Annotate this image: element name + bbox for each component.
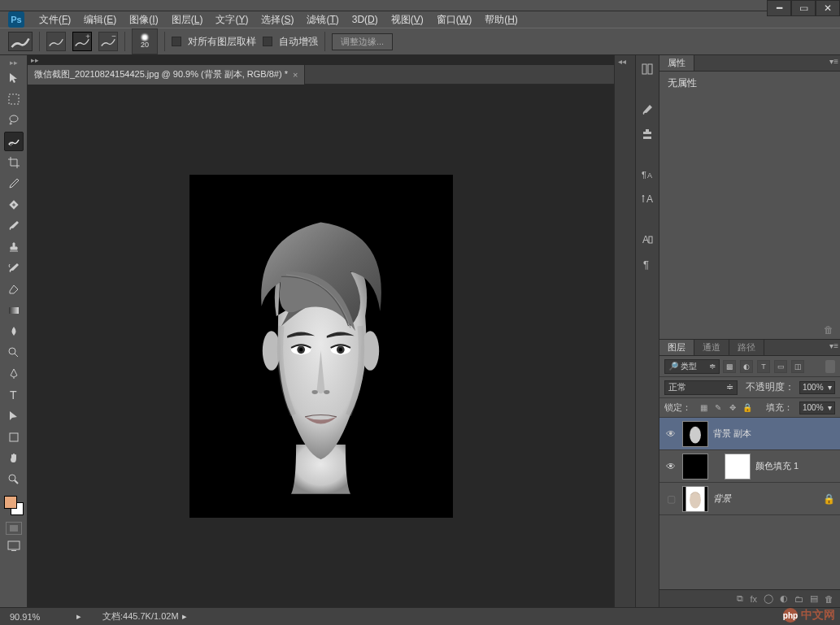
group-button[interactable]: 🗀	[794, 594, 803, 604]
filter-type-icon[interactable]: T	[757, 360, 770, 373]
lock-all-icon[interactable]: 🔒	[742, 402, 753, 414]
shape-tool[interactable]	[4, 428, 24, 447]
quick-select-tool[interactable]	[4, 132, 24, 151]
maximize-button[interactable]: ▭	[791, 0, 816, 16]
layer-name[interactable]: 背景	[713, 493, 818, 505]
minimize-button[interactable]: ━	[767, 0, 791, 16]
crop-tool[interactable]	[4, 153, 24, 172]
status-arrow-icon[interactable]: ▸	[182, 611, 192, 622]
layer-thumbnail[interactable]	[682, 454, 708, 480]
screen-mode-button[interactable]	[6, 540, 22, 553]
status-arrow-icon[interactable]: ▸	[76, 611, 86, 622]
history-brush-tool[interactable]	[4, 258, 24, 278]
tab-layers[interactable]: 图层	[659, 340, 694, 355]
blur-tool[interactable]	[4, 322, 24, 341]
visibility-toggle[interactable]: 👁	[664, 461, 677, 472]
adjustment-layer-button[interactable]: ◐	[780, 593, 788, 604]
collapsed-panel-strip[interactable]: ◂◂	[614, 55, 635, 607]
tab-channels[interactable]: 通道	[694, 340, 729, 355]
trash-icon[interactable]: 🗑	[824, 324, 833, 336]
add-to-selection-button[interactable]: +	[72, 32, 92, 51]
healing-tool[interactable]	[4, 195, 24, 215]
auto-enhance-checkbox[interactable]	[263, 37, 272, 46]
lasso-tool[interactable]	[4, 111, 24, 130]
tab-properties[interactable]: 属性	[659, 55, 694, 71]
tab-paths[interactable]: 路径	[729, 340, 764, 355]
filter-shape-icon[interactable]: ▭	[774, 360, 787, 373]
document-tab[interactable]: 微信截图_20210824154425.jpg @ 90.9% (背景 副本, …	[28, 65, 305, 85]
lock-image-icon[interactable]: ✎	[712, 402, 724, 414]
layer-thumbnail[interactable]	[682, 486, 708, 512]
menu-3d[interactable]: 3D(D)	[346, 12, 385, 27]
visibility-toggle[interactable]: ▢	[664, 493, 677, 505]
layer-mask-thumbnail[interactable]	[725, 454, 751, 480]
new-layer-button[interactable]: ▤	[810, 593, 818, 604]
style-panel-icon[interactable]: ¶	[638, 255, 656, 273]
blend-mode-select[interactable]: 正常≑	[664, 380, 738, 395]
color-swatches[interactable]	[4, 496, 24, 515]
subtract-from-selection-button[interactable]: −	[98, 32, 118, 51]
link-layers-button[interactable]: ⧉	[737, 593, 743, 604]
layer-name[interactable]: 颜色填充 1	[755, 460, 835, 472]
layer-thumbnail[interactable]	[682, 421, 708, 447]
lock-transparent-icon[interactable]: ▦	[698, 402, 709, 414]
filter-type-select[interactable]: 🔎类型≑	[664, 359, 720, 374]
filter-pixel-icon[interactable]: ▩	[723, 360, 736, 373]
layer-row[interactable]: ▢ 背景 🔒	[659, 483, 840, 515]
glyph-panel-icon[interactable]: A	[638, 231, 656, 249]
filter-toggle[interactable]	[825, 360, 835, 373]
layer-fx-button[interactable]: fx	[750, 594, 757, 604]
menu-help[interactable]: 帮助(H)	[478, 11, 524, 28]
quick-mask-toggle[interactable]	[6, 522, 22, 535]
hand-tool[interactable]	[4, 449, 24, 468]
doc-area-collapse[interactable]: ▸▸	[28, 55, 614, 65]
filter-smart-icon[interactable]: ◫	[791, 360, 804, 373]
canvas-viewport[interactable]	[28, 85, 614, 607]
visibility-toggle[interactable]: 👁	[664, 428, 677, 440]
paragraph-panel-icon[interactable]: A	[638, 190, 656, 208]
delete-layer-button[interactable]: 🗑	[825, 594, 833, 604]
menu-window[interactable]: 窗口(W)	[430, 11, 478, 28]
path-select-tool[interactable]	[4, 406, 24, 426]
menu-view[interactable]: 视图(V)	[385, 11, 430, 28]
eyedropper-tool[interactable]	[4, 174, 24, 193]
menu-image[interactable]: 图像(I)	[123, 11, 164, 28]
menu-filter[interactable]: 滤镜(T)	[300, 11, 345, 28]
history-panel-icon[interactable]	[638, 60, 656, 78]
panel-menu-button[interactable]: ▾≡	[829, 57, 838, 66]
foreground-color[interactable]	[4, 496, 17, 509]
pen-tool[interactable]	[4, 364, 24, 384]
eraser-tool[interactable]	[4, 280, 24, 299]
type-tool[interactable]: T	[4, 385, 24, 405]
character-panel-icon[interactable]: ¶A	[638, 166, 656, 184]
menu-edit[interactable]: 编辑(E)	[77, 11, 123, 28]
refine-edge-button[interactable]: 调整边缘...	[332, 33, 393, 50]
lock-position-icon[interactable]: ✥	[727, 402, 738, 414]
brush-preset-picker[interactable]: 20	[132, 28, 158, 54]
clone-panel-icon[interactable]	[638, 125, 656, 143]
stamp-tool[interactable]	[4, 237, 24, 257]
filter-adjust-icon[interactable]: ◐	[740, 360, 753, 373]
menu-type[interactable]: 文字(Y)	[209, 11, 255, 28]
menu-layer[interactable]: 图层(L)	[165, 11, 210, 28]
document-size[interactable]: 文档:445.7K/1.02M	[86, 610, 179, 623]
opacity-input[interactable]: 100%▾	[799, 381, 835, 394]
menu-file[interactable]: 文件(F)	[33, 11, 77, 28]
panel-menu-button[interactable]: ▾≡	[829, 341, 838, 350]
dodge-tool[interactable]	[4, 343, 24, 362]
layer-row[interactable]: 👁 颜色填充 1	[659, 450, 840, 483]
close-button[interactable]: ✕	[816, 0, 840, 16]
zoom-tool[interactable]	[4, 470, 24, 489]
move-tool[interactable]	[4, 68, 24, 88]
brush-panel-icon[interactable]	[638, 101, 656, 119]
marquee-tool[interactable]	[4, 89, 24, 109]
tool-preset-picker[interactable]	[8, 32, 33, 51]
tab-close-icon[interactable]: ×	[293, 70, 298, 80]
toolbar-collapse[interactable]: ▸▸	[0, 59, 27, 67]
layer-row[interactable]: 👁 背景 副本	[659, 418, 840, 450]
sample-all-layers-checkbox[interactable]	[172, 37, 181, 46]
new-selection-button[interactable]	[46, 32, 66, 51]
zoom-level[interactable]: 90.91%	[0, 612, 73, 622]
brush-tool[interactable]	[4, 216, 24, 236]
layer-mask-button[interactable]: ◯	[764, 593, 773, 604]
